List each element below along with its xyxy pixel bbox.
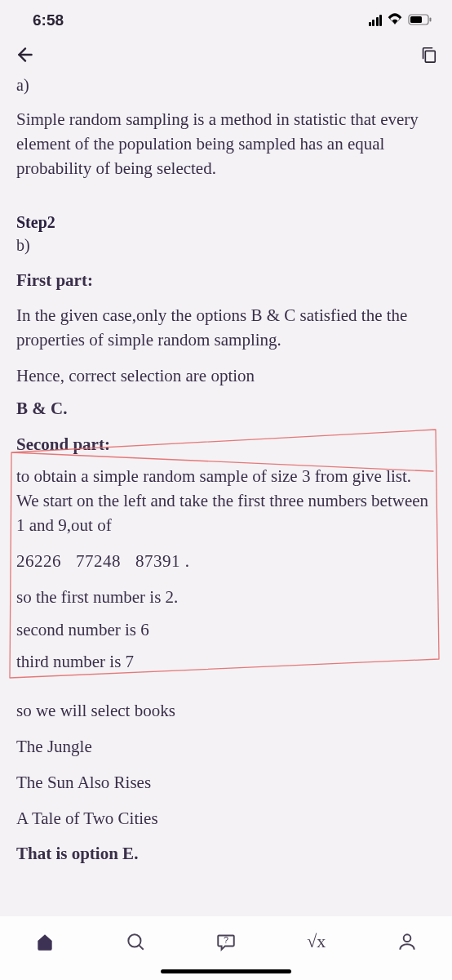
- second-part-label: Second part:: [16, 433, 436, 457]
- first-number: so the first number is 2.: [16, 586, 436, 610]
- svg-point-4: [129, 934, 141, 947]
- chat-help-icon[interactable]: ?: [213, 929, 239, 955]
- content-area: a) Simple random sampling is a method in…: [0, 69, 452, 866]
- part-b-label: b): [16, 234, 436, 256]
- first-part-label: First part:: [16, 269, 436, 293]
- profile-icon[interactable]: [394, 929, 420, 955]
- book-2: The Sun Also Rises: [16, 771, 436, 795]
- back-arrow-icon[interactable]: [15, 44, 36, 69]
- status-time: 6:58: [33, 11, 64, 29]
- so-select-text: so we will select books: [16, 699, 436, 724]
- bottom-nav: ? √x: [0, 916, 452, 980]
- svg-text:?: ?: [224, 935, 228, 945]
- svg-rect-1: [410, 16, 422, 23]
- battery-icon: [408, 11, 432, 29]
- copy-icon[interactable]: [419, 46, 437, 67]
- book-3: A Tale of Two Cities: [16, 807, 436, 831]
- random-numbers: 262267724887391 .: [16, 550, 436, 574]
- answer-bc: B & C.: [16, 397, 436, 421]
- num-3: 87391 .: [135, 551, 190, 571]
- cellular-signal-icon: [369, 15, 383, 26]
- step2-label: Step2: [16, 211, 436, 234]
- num-2: 77248: [76, 551, 121, 571]
- first-part-text: In the given case,only the options B & C…: [16, 304, 436, 353]
- second-part-text: to obtain a simple random sample of size…: [16, 465, 436, 537]
- search-icon[interactable]: [122, 929, 148, 955]
- svg-rect-3: [425, 51, 435, 62]
- status-bar: 6:58: [0, 0, 452, 36]
- wifi-icon: [387, 11, 403, 29]
- nav-bar: [0, 36, 452, 69]
- svg-point-7: [403, 934, 410, 942]
- third-number: third number is 7: [16, 650, 436, 675]
- home-indicator: [161, 969, 291, 973]
- home-icon[interactable]: [32, 929, 58, 955]
- part-a-label: a): [16, 74, 436, 96]
- status-right: [369, 11, 433, 29]
- second-number: second number is 6: [16, 618, 436, 643]
- option-e: That is option E.: [16, 842, 436, 866]
- svg-line-5: [140, 945, 144, 949]
- part-a-text: Simple random sampling is a method in st…: [16, 108, 436, 180]
- math-icon[interactable]: √x: [304, 929, 330, 955]
- hence-text: Hence, correct selection are option: [16, 364, 436, 389]
- num-1: 26226: [16, 551, 61, 571]
- book-1: The Jungle: [16, 735, 436, 760]
- svg-rect-2: [430, 18, 432, 22]
